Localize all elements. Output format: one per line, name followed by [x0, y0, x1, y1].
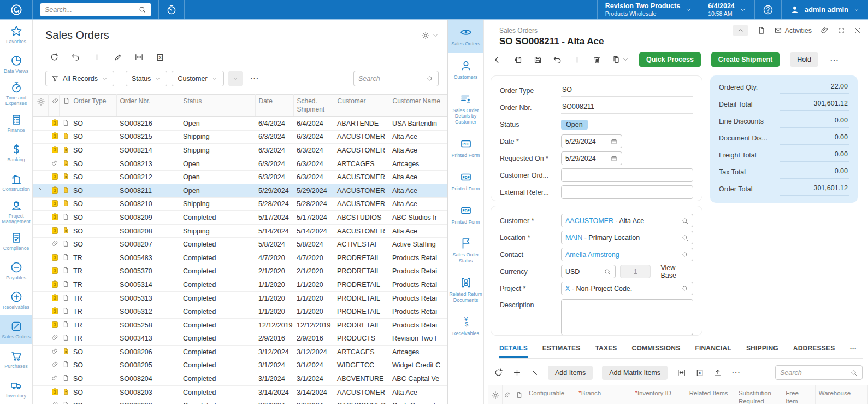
save-close-button[interactable] — [513, 55, 523, 65]
help-button[interactable] — [754, 0, 781, 19]
lookup-icon[interactable] — [681, 251, 689, 259]
calendar-icon[interactable] — [610, 155, 618, 162]
tab-commissions[interactable]: COMMISSIONS — [632, 344, 681, 358]
cell-order-nbr[interactable]: SO005370 — [116, 265, 180, 278]
grid-search-input[interactable] — [780, 369, 850, 377]
tab-addresses[interactable]: ADDRESSES — [793, 344, 835, 358]
cell-order-nbr[interactable]: SO008214 — [116, 144, 180, 157]
column-header-free-item[interactable]: Free Item — [782, 385, 816, 404]
filter-customer[interactable]: Customer — [172, 71, 223, 86]
expand-panel-button[interactable] — [837, 27, 845, 34]
global-search[interactable] — [40, 3, 151, 16]
description-field[interactable] — [561, 299, 693, 335]
contact-field[interactable]: Amelia Armstrong — [561, 248, 693, 261]
user-menu[interactable]: admin admin — [781, 0, 868, 19]
column-header-warehouse[interactable]: Warehouse — [816, 385, 868, 404]
lookup-icon[interactable] — [681, 217, 689, 225]
column-header-customer[interactable]: Customer — [334, 95, 389, 117]
cell-order-nbr[interactable]: SO008210 — [116, 197, 180, 211]
save-button[interactable] — [533, 55, 542, 65]
add-matrix-items-button[interactable]: Add Matrix Items — [602, 366, 668, 380]
cell-order-nbr[interactable]: SO008216 — [116, 117, 180, 131]
global-search-input[interactable] — [45, 6, 138, 14]
column-header-date[interactable]: Date — [255, 95, 293, 117]
notes-button[interactable] — [757, 26, 765, 34]
lookup-icon[interactable] — [604, 268, 611, 276]
tab-taxes[interactable]: TAXES — [595, 344, 617, 358]
table-row[interactable]: SOSO008216Open6/4/20246/4/2024ABARTENDEU… — [33, 117, 447, 131]
table-row[interactable]: SOSO008207Completed5/8/20245/8/2024ACTIV… — [33, 238, 447, 251]
column-header-sched-shipment[interactable]: Sched. Shipment — [293, 95, 334, 117]
cell-order-nbr[interactable]: SO005313 — [116, 291, 180, 305]
sidebar-item-banking[interactable]: Banking — [0, 138, 32, 167]
sidebar-item-finance[interactable]: Finance — [0, 108, 32, 138]
tab-shipping[interactable]: SHIPPING — [746, 344, 778, 358]
business-date-selector[interactable]: 6/4/2024 10:58 AM — [700, 0, 754, 19]
grid-fit-width-button[interactable] — [677, 368, 686, 377]
table-row[interactable]: SOSO008202Completed3/6/20243/6/2024CASHC… — [33, 399, 447, 404]
sidebar-item-receivables[interactable]: Receivables — [0, 285, 32, 315]
list-settings-button[interactable] — [421, 31, 439, 40]
rail-item-sales-order-status[interactable]: Sales Order Status — [448, 231, 483, 270]
grid-refresh-button[interactable] — [494, 368, 503, 377]
grid-add-row-button[interactable] — [512, 368, 522, 377]
customer-field[interactable]: AACUSTOMER - Alta Ace — [561, 214, 693, 227]
cell-order-nbr[interactable]: SO008203 — [116, 385, 180, 399]
tabs-overflow-button[interactable]: ⋯ — [849, 344, 856, 358]
rail-item-receivables[interactable]: ¥$Receivables — [448, 309, 483, 343]
cancel-button[interactable] — [553, 55, 562, 65]
filter-status[interactable]: Status — [126, 71, 167, 86]
grid-export-excel-button[interactable]: X — [695, 368, 704, 377]
column-header-status[interactable]: Status — [180, 95, 255, 117]
cell-order-nbr[interactable]: SO008215 — [116, 130, 180, 144]
rail-item-printed-form[interactable]: PDFPrinted Form — [448, 198, 483, 231]
table-row[interactable]: SOSO008213Open6/3/20246/3/2024ARTCAGESAr… — [33, 157, 447, 171]
add-items-button[interactable]: Add Items — [548, 366, 593, 380]
tab-estimates[interactable]: ESTIMATES — [542, 344, 581, 358]
sidebar-item-inventory[interactable]: Inventory — [0, 374, 32, 403]
table-row[interactable]: SOSO008211Open5/29/20245/29/2024AACUSTOM… — [33, 184, 447, 197]
table-row[interactable]: TRSO005483Completed4/7/20204/7/2020PRODR… — [33, 251, 447, 265]
table-row[interactable]: SOSO008209Completed5/17/20245/17/2024ABC… — [33, 211, 447, 225]
refresh-button[interactable] — [50, 52, 59, 62]
time-tracking-button[interactable] — [158, 0, 185, 19]
list-search[interactable] — [353, 71, 439, 86]
copy-paste-button[interactable] — [612, 55, 629, 64]
column-header-related-items[interactable]: Related Items — [686, 385, 735, 404]
table-row[interactable]: SOSO008215Shipping6/3/20246/3/2024AACUST… — [33, 130, 447, 144]
cell-order-nbr[interactable]: SO008207 — [116, 238, 180, 251]
sidebar-item-favorites[interactable]: Favorites — [0, 20, 32, 49]
sidebar-item-purchases[interactable]: Purchases — [0, 344, 32, 374]
grid-upload-button[interactable] — [713, 368, 722, 377]
more-actions-button[interactable]: ⋯ — [830, 55, 840, 65]
cell-order-nbr[interactable]: SO008208 — [116, 224, 180, 238]
sidebar-item-payables[interactable]: Payables — [0, 256, 32, 285]
column-header-order-nbr-[interactable]: Order Nbr. — [116, 95, 180, 117]
grid-more-button[interactable]: ⋯ — [731, 367, 741, 378]
create-shipment-button[interactable]: Create Shipment — [711, 52, 780, 67]
go-back-button[interactable] — [494, 55, 503, 65]
project-field[interactable]: X - Non-Project Code. — [561, 282, 693, 295]
sidebar-item-data-views[interactable]: Data Views — [0, 49, 32, 79]
table-row[interactable]: TRSO005313Completed1/1/20201/1/2020PRODR… — [33, 291, 447, 305]
rail-item-customers[interactable]: Customers — [448, 53, 483, 86]
date-field[interactable]: 5/29/2024 — [561, 134, 622, 148]
add-record-button[interactable] — [92, 52, 102, 62]
sidebar-item-sales-orders[interactable]: Sales Orders — [0, 315, 32, 344]
table-row[interactable]: SOSO008203Completed3/14/20243/14/2024AAC… — [33, 385, 447, 399]
table-row[interactable]: SOSO008204Completed3/1/20243/1/2024ABCVE… — [33, 372, 447, 386]
view-base-button[interactable]: View Base — [656, 262, 693, 282]
sidebar-item-compliance[interactable]: Compliance — [0, 226, 32, 256]
rail-item-related-return-documents[interactable]: Related Return Documents — [448, 270, 483, 309]
cell-order-nbr[interactable]: SO008202 — [116, 399, 180, 404]
requested-on-field[interactable]: 5/29/2024 — [561, 151, 622, 165]
table-row[interactable]: TRSO005314Completed1/1/20201/1/2020PRODR… — [33, 278, 447, 292]
sidebar-item-construction[interactable]: Construction — [0, 167, 32, 197]
calendar-icon[interactable] — [610, 138, 618, 145]
undo-button[interactable] — [71, 52, 80, 62]
rail-item-printed-form[interactable]: PDFPrinted Form — [448, 131, 483, 165]
currency-field[interactable]: USD — [561, 265, 616, 278]
collapse-panel-button[interactable] — [733, 25, 748, 36]
location-field[interactable]: MAIN - Primary Location — [561, 231, 693, 244]
attachments-button[interactable] — [820, 26, 829, 34]
